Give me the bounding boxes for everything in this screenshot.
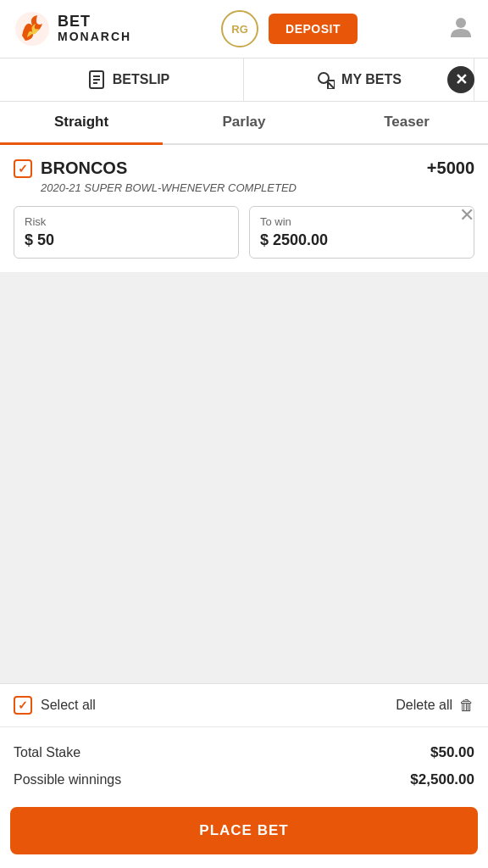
svg-point-1 [456,18,466,28]
tab-straight[interactable]: Straight [0,102,163,145]
total-stake-row: Total Stake $50.00 [14,739,474,766]
logo-monarch: MONARCH [58,31,131,43]
total-stake-value: $50.00 [430,744,474,761]
footer: ✓ Select all Delete all 🗑 Total Stake $5… [0,683,488,868]
risk-input-group[interactable]: Risk $ 50 [14,206,239,259]
footer-controls-row: ✓ Select all Delete all 🗑 [0,684,488,727]
bet-subtitle: 2020-21 SUPER BOWL-WHENEVER COMPLETED [41,181,474,194]
team-name: BRONCOS [41,159,127,178]
bet-card: ✓ BRONCOS +5000 2020-21 SUPER BOWL-WHENE… [0,145,488,272]
logo-bet: BET [58,14,131,31]
betslip-icon [87,70,106,89]
header-center: RG DEPOSIT [221,10,358,47]
remove-bet-button[interactable]: ✕ [459,204,474,226]
betslip-nav[interactable]: BETSLIP [14,58,244,101]
select-all-checkbox[interactable]: ✓ [14,696,32,715]
bet-card-header: ✓ BRONCOS +5000 [14,159,474,178]
tab-teaser[interactable]: Teaser [325,102,488,145]
totals-area: Total Stake $50.00 Possible winnings $2,… [0,727,488,798]
bet-team-area: ✓ BRONCOS [14,159,127,178]
content-area [0,272,488,683]
select-all-area[interactable]: ✓ Select all [14,696,96,715]
deposit-button[interactable]: DEPOSIT [269,14,358,44]
tab-parlay[interactable]: Parlay [163,102,325,145]
rg-badge: RG [221,10,258,47]
bet-checkbox[interactable]: ✓ [14,159,32,178]
bet-inputs: Risk $ 50 To win $ 2500.00 [14,206,474,259]
possible-winnings-value: $2,500.00 [410,771,474,788]
trash-icon: 🗑 [459,697,474,715]
mybets-icon [316,70,335,89]
place-bet-button[interactable]: PLACE BET [10,807,478,854]
nav-bar: BETSLIP MY BETS ✕ [0,58,488,102]
user-icon[interactable] [447,14,474,44]
towin-label: To win [260,215,463,228]
betslip-label: BETSLIP [113,72,170,87]
delete-all-area[interactable]: Delete all 🗑 [396,697,474,715]
risk-value: $ 50 [25,231,228,249]
select-all-label: Select all [41,698,96,713]
tabs-bar: Straight Parlay Teaser [0,102,488,145]
logo-text: BET MONARCH [58,14,131,43]
close-button[interactable]: ✕ [447,66,474,93]
total-stake-label: Total Stake [14,745,80,760]
possible-winnings-row: Possible winnings $2,500.00 [14,766,474,793]
logo-icon [14,10,51,47]
bet-odds: +5000 [427,159,474,178]
towin-input-group: To win $ 2500.00 [249,206,474,259]
towin-value: $ 2500.00 [260,231,463,249]
risk-label: Risk [25,215,228,228]
logo-area: BET MONARCH [14,10,131,47]
app-header: BET MONARCH RG DEPOSIT [0,0,488,58]
possible-winnings-label: Possible winnings [14,772,121,787]
delete-all-label: Delete all [396,698,452,713]
mybets-label: MY BETS [341,72,402,87]
mybets-nav[interactable]: MY BETS [244,58,474,101]
